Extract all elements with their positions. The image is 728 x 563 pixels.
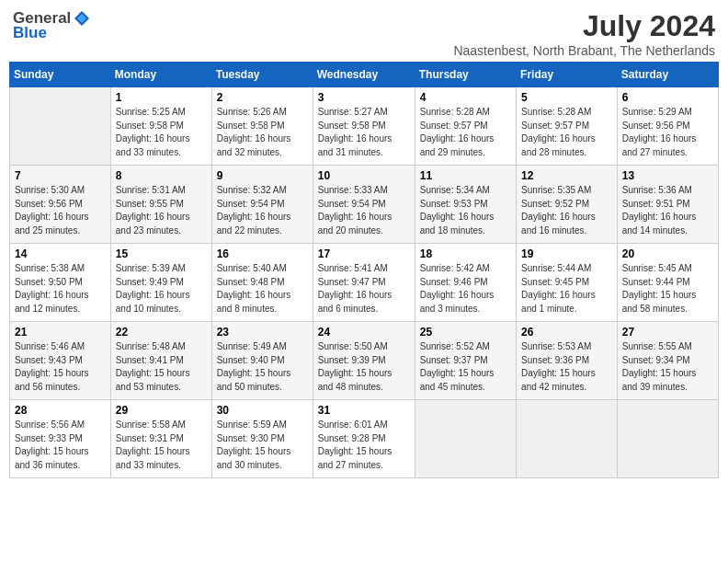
day-number: 21: [15, 326, 106, 339]
day-info: Sunrise: 5:30 AM Sunset: 9:56 PM Dayligh…: [15, 184, 106, 237]
calendar-cell: 1Sunrise: 5:25 AM Sunset: 9:58 PM Daylig…: [110, 87, 211, 166]
calendar-cell: 11Sunrise: 5:34 AM Sunset: 9:53 PM Dayli…: [415, 166, 516, 244]
calendar-cell: 26Sunrise: 5:53 AM Sunset: 9:36 PM Dayli…: [517, 322, 618, 400]
day-number: 14: [15, 247, 106, 260]
calendar-cell: 6Sunrise: 5:29 AM Sunset: 9:56 PM Daylig…: [617, 87, 718, 166]
calendar-cell: [10, 87, 111, 166]
day-info: Sunrise: 5:36 AM Sunset: 9:51 PM Dayligh…: [622, 184, 713, 237]
day-info: Sunrise: 5:31 AM Sunset: 9:55 PM Dayligh…: [116, 184, 207, 237]
calendar-header-row: SundayMondayTuesdayWednesdayThursdayFrid…: [10, 63, 719, 87]
day-number: 15: [116, 247, 207, 260]
day-number: 23: [217, 326, 308, 339]
day-info: Sunrise: 5:33 AM Sunset: 9:54 PM Dayligh…: [318, 184, 410, 237]
day-number: 26: [521, 326, 612, 339]
day-info: Sunrise: 5:55 AM Sunset: 9:34 PM Dayligh…: [622, 340, 713, 394]
week-row-3: 14Sunrise: 5:38 AM Sunset: 9:50 PM Dayli…: [10, 244, 719, 322]
day-number: 25: [420, 326, 511, 339]
calendar-cell: 12Sunrise: 5:35 AM Sunset: 9:52 PM Dayli…: [517, 166, 618, 244]
day-number: 6: [622, 91, 713, 104]
calendar-cell: 25Sunrise: 5:52 AM Sunset: 9:37 PM Dayli…: [415, 322, 516, 400]
day-number: 11: [420, 169, 511, 182]
calendar-cell: 29Sunrise: 5:58 AM Sunset: 9:31 PM Dayli…: [110, 400, 211, 478]
day-number: 5: [521, 91, 612, 104]
day-number: 27: [622, 326, 713, 339]
day-info: Sunrise: 5:46 AM Sunset: 9:43 PM Dayligh…: [15, 340, 106, 394]
day-number: 16: [217, 247, 308, 260]
calendar-cell: [617, 400, 718, 478]
logo: General Blue: [13, 9, 91, 42]
day-info: Sunrise: 5:53 AM Sunset: 9:36 PM Dayligh…: [521, 340, 612, 394]
calendar-cell: 4Sunrise: 5:28 AM Sunset: 9:57 PM Daylig…: [415, 87, 516, 166]
day-number: 20: [622, 247, 713, 260]
month-title: July 2024: [453, 9, 715, 43]
calendar-cell: 21Sunrise: 5:46 AM Sunset: 9:43 PM Dayli…: [10, 322, 111, 400]
calendar-cell: 16Sunrise: 5:40 AM Sunset: 9:48 PM Dayli…: [211, 244, 313, 322]
day-info: Sunrise: 5:34 AM Sunset: 9:53 PM Dayligh…: [420, 184, 511, 237]
week-row-5: 28Sunrise: 5:56 AM Sunset: 9:33 PM Dayli…: [10, 400, 719, 478]
day-info: Sunrise: 5:56 AM Sunset: 9:33 PM Dayligh…: [15, 419, 106, 472]
calendar-cell: 22Sunrise: 5:48 AM Sunset: 9:41 PM Dayli…: [110, 322, 211, 400]
day-number: 17: [318, 247, 410, 260]
day-number: 29: [116, 404, 207, 417]
day-number: 28: [15, 404, 106, 417]
day-info: Sunrise: 5:50 AM Sunset: 9:39 PM Dayligh…: [318, 340, 410, 394]
day-number: 7: [15, 169, 106, 182]
week-row-1: 1Sunrise: 5:25 AM Sunset: 9:58 PM Daylig…: [10, 87, 719, 166]
calendar-cell: 31Sunrise: 6:01 AM Sunset: 9:28 PM Dayli…: [313, 400, 415, 478]
day-info: Sunrise: 5:42 AM Sunset: 9:46 PM Dayligh…: [420, 262, 511, 316]
day-info: Sunrise: 5:52 AM Sunset: 9:37 PM Dayligh…: [420, 340, 511, 394]
header-day-sunday: Sunday: [10, 63, 111, 87]
calendar-cell: 18Sunrise: 5:42 AM Sunset: 9:46 PM Dayli…: [415, 244, 516, 322]
calendar-cell: 9Sunrise: 5:32 AM Sunset: 9:54 PM Daylig…: [211, 166, 313, 244]
day-number: 4: [420, 91, 511, 104]
day-info: Sunrise: 5:48 AM Sunset: 9:41 PM Dayligh…: [116, 340, 207, 394]
calendar-cell: 15Sunrise: 5:39 AM Sunset: 9:49 PM Dayli…: [110, 244, 211, 322]
calendar-cell: 23Sunrise: 5:49 AM Sunset: 9:40 PM Dayli…: [211, 322, 313, 400]
calendar-cell: 19Sunrise: 5:44 AM Sunset: 9:45 PM Dayli…: [517, 244, 618, 322]
day-info: Sunrise: 6:01 AM Sunset: 9:28 PM Dayligh…: [318, 419, 410, 472]
header-day-wednesday: Wednesday: [313, 63, 415, 87]
header-day-monday: Monday: [110, 63, 211, 87]
calendar-cell: 20Sunrise: 5:45 AM Sunset: 9:44 PM Dayli…: [617, 244, 718, 322]
day-number: 10: [318, 169, 410, 182]
calendar-cell: 3Sunrise: 5:27 AM Sunset: 9:58 PM Daylig…: [313, 87, 415, 166]
header-day-tuesday: Tuesday: [211, 63, 313, 87]
day-info: Sunrise: 5:40 AM Sunset: 9:48 PM Dayligh…: [217, 262, 308, 316]
calendar-table: SundayMondayTuesdayWednesdayThursdayFrid…: [9, 62, 719, 478]
header-day-friday: Friday: [517, 63, 618, 87]
calendar-cell: 14Sunrise: 5:38 AM Sunset: 9:50 PM Dayli…: [10, 244, 111, 322]
day-info: Sunrise: 5:25 AM Sunset: 9:58 PM Dayligh…: [116, 106, 207, 159]
calendar-cell: 5Sunrise: 5:28 AM Sunset: 9:57 PM Daylig…: [517, 87, 618, 166]
calendar-cell: 28Sunrise: 5:56 AM Sunset: 9:33 PM Dayli…: [10, 400, 111, 478]
calendar-cell: 27Sunrise: 5:55 AM Sunset: 9:34 PM Dayli…: [617, 322, 718, 400]
calendar-cell: 13Sunrise: 5:36 AM Sunset: 9:51 PM Dayli…: [617, 166, 718, 244]
logo-blue-text: Blue: [13, 24, 47, 42]
day-number: 19: [521, 247, 612, 260]
day-info: Sunrise: 5:49 AM Sunset: 9:40 PM Dayligh…: [217, 340, 308, 394]
day-number: 30: [217, 404, 308, 417]
day-number: 18: [420, 247, 511, 260]
day-info: Sunrise: 5:38 AM Sunset: 9:50 PM Dayligh…: [15, 262, 106, 316]
day-info: Sunrise: 5:28 AM Sunset: 9:57 PM Dayligh…: [521, 106, 612, 159]
calendar-cell: 2Sunrise: 5:26 AM Sunset: 9:58 PM Daylig…: [211, 87, 313, 166]
calendar-cell: 7Sunrise: 5:30 AM Sunset: 9:56 PM Daylig…: [10, 166, 111, 244]
calendar-cell: [415, 400, 516, 478]
day-info: Sunrise: 5:44 AM Sunset: 9:45 PM Dayligh…: [521, 262, 612, 316]
header-day-saturday: Saturday: [617, 63, 718, 87]
day-number: 31: [318, 404, 410, 417]
day-info: Sunrise: 5:27 AM Sunset: 9:58 PM Dayligh…: [318, 106, 410, 159]
day-number: 2: [217, 91, 308, 104]
day-info: Sunrise: 5:26 AM Sunset: 9:58 PM Dayligh…: [217, 106, 308, 159]
day-info: Sunrise: 5:28 AM Sunset: 9:57 PM Dayligh…: [420, 106, 511, 159]
day-number: 13: [622, 169, 713, 182]
header: General Blue July 2024 Naastenbest, Nort…: [9, 9, 719, 58]
header-day-thursday: Thursday: [415, 63, 516, 87]
day-info: Sunrise: 5:59 AM Sunset: 9:30 PM Dayligh…: [217, 419, 308, 472]
week-row-2: 7Sunrise: 5:30 AM Sunset: 9:56 PM Daylig…: [10, 166, 719, 244]
day-number: 24: [318, 326, 410, 339]
calendar-cell: 24Sunrise: 5:50 AM Sunset: 9:39 PM Dayli…: [313, 322, 415, 400]
title-area: July 2024 Naastenbest, North Brabant, Th…: [453, 9, 715, 58]
calendar-cell: [517, 400, 618, 478]
day-number: 8: [116, 169, 207, 182]
calendar-cell: 10Sunrise: 5:33 AM Sunset: 9:54 PM Dayli…: [313, 166, 415, 244]
